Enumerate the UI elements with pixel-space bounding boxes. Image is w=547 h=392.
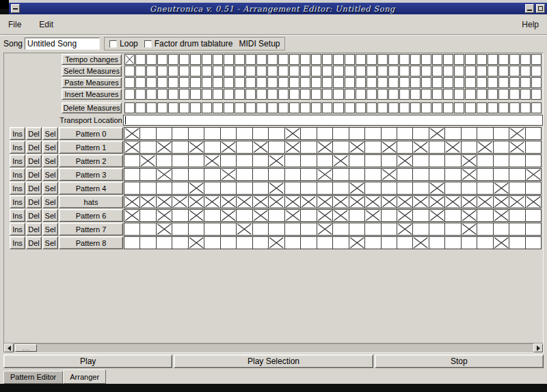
measure-checkbox[interactable]: [388, 66, 399, 76]
measure-cell[interactable]: [204, 209, 220, 222]
measure-checkbox[interactable]: [245, 66, 256, 76]
measure-cell[interactable]: [397, 182, 413, 195]
measure-checkbox[interactable]: [432, 66, 442, 76]
scroll-right-button[interactable]: [533, 344, 543, 352]
measure-checkbox[interactable]: [202, 66, 212, 76]
ins-button[interactable]: Ins: [10, 209, 25, 222]
measure-cell[interactable]: [220, 236, 237, 249]
measure-checkbox[interactable]: [488, 66, 498, 76]
measure-checkbox[interactable]: [377, 77, 388, 88]
measure-checkbox[interactable]: [300, 77, 310, 88]
measure-checkbox[interactable]: [311, 89, 321, 100]
measure-cell[interactable]: [188, 195, 204, 208]
measure-cell[interactable]: [509, 127, 525, 140]
measure-checkbox[interactable]: [179, 77, 189, 88]
measure-cell[interactable]: [397, 209, 413, 222]
measure-cell[interactable]: [381, 236, 397, 249]
measure-cell[interactable]: [397, 127, 413, 140]
del-button[interactable]: Del: [26, 182, 42, 195]
measure-cell[interactable]: [236, 127, 252, 140]
measure-cell[interactable]: [268, 141, 284, 154]
measure-cell[interactable]: [236, 182, 252, 195]
measure-cell[interactable]: [317, 195, 333, 208]
measure-checkbox[interactable]: [520, 102, 531, 113]
measure-checkbox[interactable]: [454, 102, 464, 113]
pattern-name-button[interactable]: Pattern 3: [59, 168, 123, 181]
pattern-name-button[interactable]: hats: [59, 195, 123, 208]
measure-checkbox[interactable]: [224, 89, 234, 100]
measure-cell[interactable]: [139, 141, 156, 154]
measure-checkbox[interactable]: [333, 66, 343, 76]
measure-checkbox[interactable]: [421, 102, 431, 113]
measure-cell[interactable]: [444, 154, 461, 167]
measure-checkbox[interactable]: [410, 89, 421, 100]
measure-checkbox[interactable]: [443, 102, 453, 113]
measure-checkbox[interactable]: [213, 89, 223, 100]
measure-cell[interactable]: [349, 154, 365, 167]
measure-checkbox[interactable]: [245, 54, 256, 65]
measure-cell[interactable]: [139, 195, 156, 208]
ins-button[interactable]: Ins: [10, 154, 25, 167]
measure-cell[interactable]: [252, 168, 269, 181]
measure-cell[interactable]: [188, 236, 204, 249]
measure-cell[interactable]: [429, 141, 445, 154]
measure-cell[interactable]: [429, 223, 445, 236]
measure-checkbox[interactable]: [465, 54, 475, 65]
measure-cell[interactable]: [477, 209, 493, 222]
measure-cell[interactable]: [220, 195, 237, 208]
scrollbar-track[interactable]: ...: [14, 344, 533, 352]
measure-checkbox[interactable]: [190, 66, 200, 76]
measure-checkbox[interactable]: [520, 89, 531, 100]
sel-button[interactable]: Sel: [42, 127, 58, 140]
measure-cell[interactable]: [139, 209, 156, 222]
measure-cell[interactable]: [284, 209, 301, 222]
measure-checkbox[interactable]: [213, 66, 223, 76]
measure-checkbox[interactable]: [124, 102, 135, 113]
sel-button[interactable]: Sel: [42, 209, 58, 222]
sel-button[interactable]: Sel: [42, 223, 58, 236]
measure-cell[interactable]: [284, 127, 301, 140]
measure-cell[interactable]: [204, 195, 220, 208]
factor-checkbox[interactable]: [144, 40, 152, 48]
measure-cell[interactable]: [156, 127, 172, 140]
measure-cell[interactable]: [525, 236, 542, 249]
measure-cell[interactable]: [139, 223, 156, 236]
measure-cell[interactable]: [364, 236, 381, 249]
measure-cell[interactable]: [349, 223, 365, 236]
measure-cell[interactable]: [188, 141, 204, 154]
measure-cell[interactable]: [300, 168, 317, 181]
measure-checkbox[interactable]: [278, 66, 289, 76]
measure-checkbox[interactable]: [410, 102, 421, 113]
measure-checkbox[interactable]: [300, 102, 310, 113]
measure-checkbox[interactable]: [157, 102, 168, 113]
measure-checkbox[interactable]: [256, 66, 267, 76]
ins-button[interactable]: Ins: [10, 127, 25, 140]
measure-checkbox[interactable]: [356, 66, 366, 76]
measure-cell[interactable]: [252, 127, 269, 140]
measure-cell[interactable]: [332, 154, 349, 167]
measure-cell[interactable]: [124, 168, 140, 181]
measure-checkbox[interactable]: [202, 102, 212, 113]
measure-cell[interactable]: [156, 209, 172, 222]
measure-checkbox[interactable]: [135, 54, 146, 65]
measure-cell[interactable]: [364, 195, 381, 208]
measure-cell[interactable]: [509, 182, 525, 195]
measure-cell[interactable]: [236, 209, 252, 222]
measure-cell[interactable]: [332, 195, 349, 208]
measure-cell[interactable]: [268, 182, 284, 195]
measure-cell[interactable]: [188, 223, 204, 236]
measure-cell[interactable]: [332, 168, 349, 181]
measure-cell[interactable]: [139, 154, 156, 167]
measure-cell[interactable]: [493, 182, 509, 195]
measure-cell[interactable]: [364, 182, 381, 195]
measure-checkbox[interactable]: [267, 89, 278, 100]
measure-checkbox[interactable]: [498, 89, 509, 100]
measure-checkbox[interactable]: [509, 54, 520, 65]
measure-cell[interactable]: [349, 236, 365, 249]
measure-checkbox[interactable]: [356, 77, 366, 88]
measure-cell[interactable]: [444, 223, 461, 236]
measure-cell[interactable]: [525, 127, 542, 140]
measure-cell[interactable]: [204, 223, 220, 236]
measure-checkbox[interactable]: [267, 66, 278, 76]
measure-checkbox[interactable]: [345, 66, 355, 76]
